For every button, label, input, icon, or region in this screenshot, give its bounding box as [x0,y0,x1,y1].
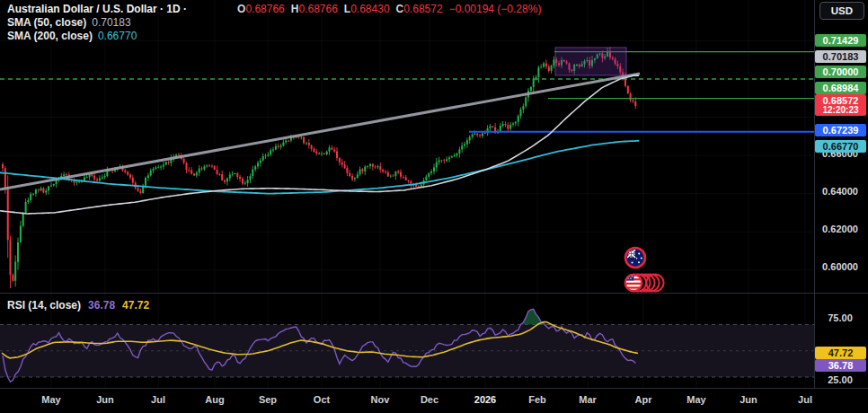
time-axis-label: May [686,394,705,405]
rsi-axis-label: 75.00 [814,312,866,323]
trading-chart-app: Australian Dollar / U.S. Dollar · 1D ·O0… [0,0,868,413]
time-axis-label: Mar [579,394,597,405]
price-badge: 0.66770 [815,140,866,153]
change-value: −0.00194 (−0.28%) [449,3,542,15]
rsi-label: RSI (14, close) [7,299,81,312]
us-flag-sticker[interactable] [624,274,664,293]
time-axis-label: Nov [371,394,390,405]
high-value: 0.68766 [298,3,337,15]
rsi-axis-label: 25.00 [814,374,866,385]
rsi-legend-row[interactable]: RSI (14, close)36.7847.72 [7,299,149,312]
time-axis-label: Oct [314,394,330,405]
rsi-band-background [0,325,814,378]
time-axis-label: Jun [740,394,757,405]
price-axis-label: 0.64000 [814,186,866,197]
symbol-row[interactable]: Australian Dollar / U.S. Dollar · 1D ·O0… [7,3,541,16]
time-axis-label: Aug [205,394,224,405]
open-value: 0.68766 [245,3,284,15]
sma50-label: SMA (50, close) [7,16,86,29]
time-axis-label: May [41,394,60,405]
countdown-timer: 12:20:23 [815,105,866,115]
price-badge: 0.68984 [815,82,866,94]
sma50-value: 0.70183 [92,16,130,29]
australia-flag-sticker[interactable] [625,248,645,268]
price-badge: 0.71429 [815,34,866,47]
currency-toggle-button[interactable]: USD [819,2,864,20]
price-axis-label: 0.60000 [814,261,866,272]
time-axis-label: Jul [151,394,165,405]
open-label: O [237,3,245,15]
rsi-badge: 36.78 [815,359,866,372]
main-legend: Australian Dollar / U.S. Dollar · 1D ·O0… [7,3,541,43]
chart-canvas[interactable] [0,0,868,413]
low-value: 0.68430 [350,3,389,15]
time-axis-label: Apr [635,394,652,405]
time-axis-label: Feb [528,394,546,405]
time-axis-label: Dec [421,394,438,405]
sma200-label: SMA (200, close) [7,30,93,42]
sma200-legend-row[interactable]: SMA (200, close)0.66770 [7,30,541,43]
price-scale[interactable]: 0.660000.640000.620000.600000.714290.701… [814,0,868,388]
price-axis-label: 0.62000 [814,224,866,234]
price-overlays [0,48,814,214]
price-badge: 0.70000 [815,66,866,78]
price-badge: 0.6857212:20:23 [815,94,866,116]
time-axis-label: Jun [96,394,114,405]
time-axis-label: Jul [798,394,812,405]
sma50-legend-row[interactable]: SMA (50, close)0.70183 [7,16,541,30]
rsi-badge: 47.72 [815,347,866,359]
time-axis-label: 2026 [474,394,496,405]
symbol-title: Australian Dollar / U.S. Dollar · 1D · [7,3,187,15]
close-value: 0.68572 [403,3,442,15]
close-label: C [396,3,404,15]
ohlc-readout: O0.68766H0.68766L0.68430C0.68572−0.00194… [237,3,541,15]
price-badge: 0.70183 [815,50,866,63]
time-axis[interactable]: MayJunJulAugSepOctNovDec2026FebMarAprMay… [0,388,868,413]
time-axis-label: Sep [259,394,277,405]
rsi-ma-value: 47.72 [122,299,149,312]
candlestick-series [2,48,636,289]
price-badge: 0.67239 [815,124,866,136]
sma200-value: 0.66770 [98,30,137,42]
rsi-value: 36.78 [88,299,115,312]
